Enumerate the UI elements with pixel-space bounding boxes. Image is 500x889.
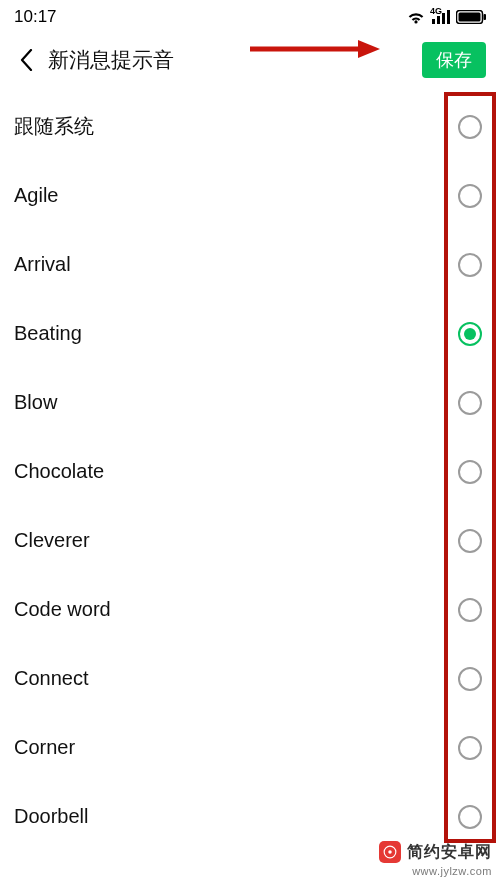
svg-rect-2	[442, 13, 445, 24]
sound-radio[interactable]	[458, 598, 482, 622]
sound-radio[interactable]	[458, 115, 482, 139]
sound-row[interactable]: Cleverer	[0, 506, 500, 575]
sound-label: Code word	[14, 598, 111, 621]
watermark-url: www.jylzw.com	[412, 865, 492, 877]
sound-list: 跟随系统AgileArrivalBeatingBlowChocolateClev…	[0, 86, 500, 851]
sound-row[interactable]: Corner	[0, 713, 500, 782]
svg-point-10	[388, 850, 392, 854]
wifi-icon	[406, 10, 426, 25]
svg-rect-1	[437, 16, 440, 24]
svg-rect-0	[432, 19, 435, 24]
sound-label: Connect	[14, 667, 89, 690]
sound-radio[interactable]	[458, 184, 482, 208]
sound-radio[interactable]	[458, 391, 482, 415]
status-right: 4G	[406, 10, 486, 25]
sound-label: Chocolate	[14, 460, 104, 483]
sound-row[interactable]: Agile	[0, 161, 500, 230]
sound-row[interactable]: Beating	[0, 299, 500, 368]
watermark-brand: 简约安卓网	[407, 842, 492, 863]
sound-label: Beating	[14, 322, 82, 345]
sound-radio[interactable]	[458, 667, 482, 691]
sound-radio[interactable]	[458, 460, 482, 484]
back-button[interactable]	[14, 48, 38, 72]
svg-rect-6	[484, 14, 487, 20]
sound-radio[interactable]	[458, 736, 482, 760]
sound-label: Agile	[14, 184, 58, 207]
status-bar: 10:17 4G	[0, 0, 500, 34]
sound-label: Blow	[14, 391, 57, 414]
watermark: 简约安卓网 www.jylzw.com	[379, 841, 492, 877]
cellular-icon: 4G	[432, 10, 450, 24]
save-button[interactable]: 保存	[422, 42, 486, 78]
battery-icon	[456, 10, 486, 24]
svg-rect-5	[459, 13, 481, 22]
watermark-logo-icon	[379, 841, 401, 863]
status-time: 10:17	[14, 7, 57, 27]
sound-label: Doorbell	[14, 805, 88, 828]
page-title: 新消息提示音	[48, 46, 174, 74]
chevron-left-icon	[20, 49, 33, 71]
sound-label: Corner	[14, 736, 75, 759]
sound-radio[interactable]	[458, 253, 482, 277]
title-bar: 新消息提示音 保存	[0, 34, 500, 86]
sound-label: 跟随系统	[14, 113, 94, 140]
sound-radio[interactable]	[458, 805, 482, 829]
sound-label: Arrival	[14, 253, 71, 276]
sound-radio[interactable]	[458, 529, 482, 553]
sound-row[interactable]: Connect	[0, 644, 500, 713]
sound-row[interactable]: Chocolate	[0, 437, 500, 506]
sound-row[interactable]: Arrival	[0, 230, 500, 299]
sound-row[interactable]: Blow	[0, 368, 500, 437]
sound-radio[interactable]	[458, 322, 482, 346]
sound-label: Cleverer	[14, 529, 90, 552]
sound-row[interactable]: 跟随系统	[0, 92, 500, 161]
svg-rect-3	[447, 10, 450, 24]
sound-row[interactable]: Code word	[0, 575, 500, 644]
